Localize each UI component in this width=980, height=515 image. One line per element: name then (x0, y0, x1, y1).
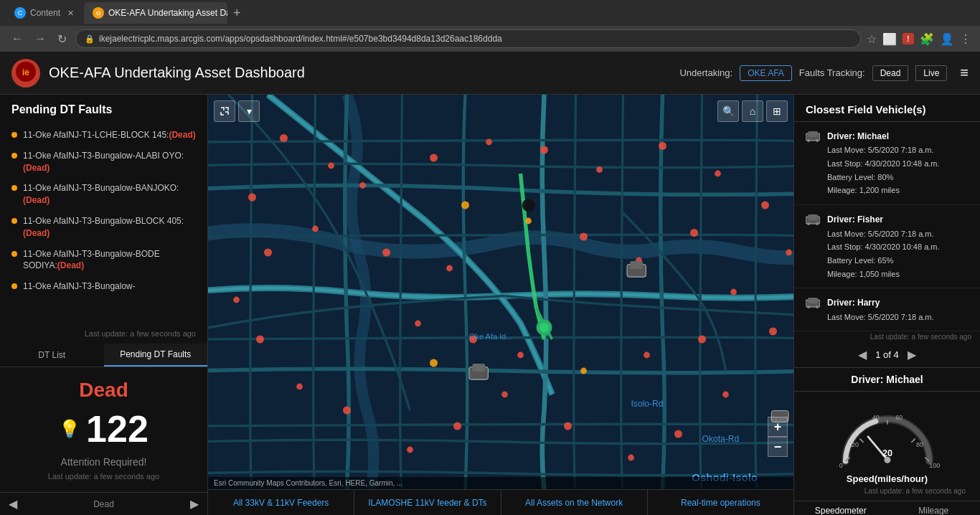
mileage-tab[interactable]: Mileage (887, 501, 981, 515)
browser-chrome: C Content ✕ O OKE-AFA Undertaking Asset … (0, 0, 980, 52)
map-search-button[interactable]: 🔍 (717, 100, 739, 122)
map-collapse-button[interactable] (214, 100, 235, 122)
zoom-in-button[interactable]: + (768, 417, 788, 437)
battery-2: Battery Level: 65% (827, 254, 940, 268)
logo-text: ie (15, 61, 37, 85)
svg-line-70 (911, 439, 915, 443)
fault-list: 11-Oke AfaINJ-T1-LCHE-BLOCK 145:(Dead) 1… (0, 122, 207, 326)
star-icon[interactable]: ☆ (867, 32, 877, 46)
tab-all-assets[interactable]: All Assets on the Network (501, 490, 648, 515)
tab-content[interactable]: C Content ✕ (6, 2, 83, 24)
svg-text:0: 0 (839, 462, 842, 468)
map-tool-right: 🔍 ⌂ ⊞ (717, 100, 788, 122)
map-grid-button[interactable]: ⊞ (766, 100, 788, 122)
map-container[interactable]: Isolo-Rd Okota-Rd Oke Afa Id... ▾ 🔍 ⌂ (208, 95, 793, 489)
tab-33kv-feeders[interactable]: All 33kV & 11kV Feeders (208, 490, 354, 515)
tab-ilamoshe[interactable]: ILAMOSHE 11kV feeder & DTs (354, 490, 501, 515)
svg-point-66 (816, 306, 819, 308)
faults-dead-button[interactable]: Dead (872, 65, 909, 81)
tab-dt-list[interactable]: DT List (0, 344, 104, 367)
dead-label: Dead (11, 379, 196, 402)
svg-text:Okota-Rd: Okota-Rd (702, 434, 740, 444)
last-move-2: Last Move: 5/5/2020 7:18 a.m. (827, 227, 940, 241)
vehicle-info-2: Driver: Fisher Last Move: 5/5/2020 7:18 … (827, 212, 940, 280)
tab-label-2: OKE-AFA Undertaking Asset Das... (108, 8, 227, 18)
svg-point-34 (730, 289, 737, 296)
svg-rect-60 (808, 214, 818, 220)
svg-text:80: 80 (915, 442, 923, 449)
hamburger-menu[interactable]: ≡ (960, 65, 969, 81)
panel-tabs: DT List Pending DT Faults (0, 344, 207, 367)
page-next-button[interactable]: ▶ (908, 348, 916, 362)
svg-text:20: 20 (882, 448, 892, 458)
svg-point-43 (580, 368, 587, 374)
reload-button[interactable]: ↻ (55, 31, 70, 47)
svg-rect-48 (630, 261, 643, 269)
tab-pending-dt-faults[interactable]: Pending DT Faults (104, 344, 208, 367)
svg-point-31 (580, 233, 588, 241)
speedometer-tab[interactable]: Speedometer (794, 501, 887, 515)
tab-realtime[interactable]: Real-time operations (648, 490, 793, 515)
vehicle-info-1: Driver: Michael Last Move: 5/5/2020 7:18… (827, 129, 940, 197)
svg-point-65 (807, 306, 810, 308)
speed-title: Speed(miles/hour) (806, 473, 969, 484)
extensions-icon[interactable]: ! (903, 33, 914, 44)
map-attribution: Esri Community Maps Contributors, Esri, … (208, 477, 793, 489)
vehicle-card-2: Driver: Fisher Last Move: 5/5/2020 7:18 … (794, 205, 980, 288)
svg-point-40 (461, 202, 469, 209)
svg-point-18 (628, 455, 634, 461)
svg-text:Isolo-Rd: Isolo-Rd (631, 399, 664, 409)
svg-point-5 (248, 194, 256, 202)
svg-point-11 (659, 142, 666, 150)
top-bar-controls: Undertaking: OKE AFA Faults Tracking: De… (679, 65, 969, 81)
svg-text:Oke Afa Id...: Oke Afa Id... (469, 332, 513, 341)
svg-point-23 (343, 407, 351, 415)
profile-icon[interactable]: 👤 (940, 32, 954, 46)
fault-text-6: 11-Oke AfaINJ-T3-Bungalow- (23, 280, 136, 293)
faults-label: Faults Tracking: (799, 67, 865, 78)
bottom-status: Dead (93, 499, 114, 509)
address-bar[interactable]: 🔒 ikejaelectricplc.maps.arcgis.com/apps/… (75, 29, 861, 48)
next-page-button[interactable]: ▶ (190, 497, 199, 511)
prev-page-button[interactable]: ◀ (9, 497, 17, 511)
vehicles-last-update: Last update: a few seconds ago (794, 331, 980, 342)
right-panel-title: Closest Field Vehicle(s) (794, 95, 980, 122)
undertaking-button[interactable]: OKE AFA (740, 65, 792, 81)
svg-text:60: 60 (895, 415, 903, 422)
page-prev-button[interactable]: ◀ (858, 348, 867, 362)
tab-dashboard[interactable]: O OKE-AFA Undertaking Asset Das... ✕ (84, 2, 227, 24)
screenshot-icon[interactable]: ⬜ (882, 32, 897, 46)
bottom-tabs: All 33kV & 11kV Feeders ILAMOSHE 11kV fe… (208, 489, 793, 515)
vehicle-icon-2 (806, 214, 820, 229)
svg-point-15 (769, 328, 777, 336)
svg-line-68 (859, 439, 863, 443)
zoom-out-button[interactable]: − (768, 437, 788, 457)
faults-live-button[interactable]: Live (915, 65, 947, 81)
fault-dot-6 (11, 283, 17, 289)
menu-button[interactable]: ⋮ (960, 32, 971, 46)
puzzle-icon[interactable]: 🧩 (920, 32, 934, 46)
tab-close-1[interactable]: ✕ (67, 9, 74, 18)
stats-last-update: Last update: a few seconds ago (11, 472, 196, 481)
forward-button[interactable]: → (32, 31, 49, 47)
svg-point-57 (807, 139, 810, 142)
vehicle-card-3: Driver: Harry Last Move: 5/5/2020 7:18 a… (794, 288, 980, 331)
svg-point-13 (761, 202, 769, 209)
url-text: ikejaelectricplc.maps.arcgis.com/apps/op… (99, 34, 502, 44)
svg-point-14 (786, 250, 792, 256)
map-dropdown-button[interactable]: ▾ (238, 100, 260, 122)
new-tab-button[interactable]: + (229, 6, 245, 21)
map-home-button[interactable]: ⌂ (742, 100, 763, 122)
svg-point-16 (722, 392, 729, 398)
nav-bar: ← → ↻ 🔒 ikejaelectricplc.maps.arcgis.com… (0, 26, 980, 52)
speedometer-gauge: 0 20 40 60 80 100 20 (830, 403, 945, 468)
svg-point-42 (430, 359, 438, 367)
selected-driver-section: Driver: Michael (794, 368, 980, 392)
fault-item-2: 11-Oke AfaINJ-T3-Bungalow-ALABI OYO:(Dea… (6, 146, 202, 179)
back-button[interactable]: ← (9, 31, 26, 47)
svg-point-7 (430, 154, 438, 162)
svg-point-62 (816, 222, 819, 225)
driver-2: Driver: Fisher (827, 212, 940, 227)
undertaking-label: Undertaking: (679, 67, 732, 78)
speedometer-section: 0 20 40 60 80 100 20 Speed(miles/hour) (794, 392, 980, 501)
